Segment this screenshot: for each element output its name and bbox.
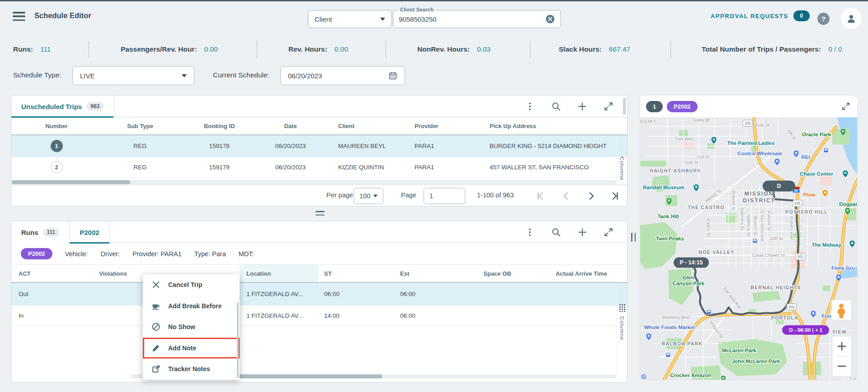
map-stop-marker[interactable]: P - 14:15 xyxy=(674,258,709,268)
client-search-field[interactable]: Client Search 9058503250 xyxy=(393,10,561,28)
vertical-resize-handle[interactable] xyxy=(631,233,636,242)
menu-item-tracker-notes[interactable]: Tracker Notes xyxy=(143,359,240,380)
current-schedule-datepicker[interactable]: 06/20/2023 xyxy=(280,66,405,85)
add-icon[interactable] xyxy=(577,227,587,237)
menu-item-cancel-trip[interactable]: Cancel Trip xyxy=(143,274,240,296)
row-number-badge: 1 xyxy=(51,140,63,152)
menu-scrollbar[interactable] xyxy=(237,302,239,378)
search-icon[interactable] xyxy=(551,101,561,111)
column-header[interactable]: Space OB xyxy=(459,265,536,282)
map-label: Flora Gru xyxy=(831,265,855,271)
horizontal-resize-handle[interactable] xyxy=(316,211,325,215)
drag-grip-icon[interactable] xyxy=(619,304,625,312)
map-label: Dogpat xyxy=(839,201,857,207)
column-header[interactable]: Date xyxy=(260,117,321,134)
page-input[interactable]: 1 xyxy=(424,188,465,204)
column-header[interactable]: Number xyxy=(11,117,102,134)
column-header[interactable]: Provider xyxy=(396,117,472,134)
scrollbar-thumb[interactable] xyxy=(239,374,382,378)
column-header[interactable]: ACT xyxy=(11,265,75,282)
client-type-select[interactable]: Client xyxy=(308,10,392,28)
expand-icon[interactable] xyxy=(841,102,850,111)
next-page-icon[interactable] xyxy=(586,191,596,201)
column-header[interactable]: Pick Up Address xyxy=(472,117,627,134)
add-icon[interactable] xyxy=(577,101,587,111)
map-stop-marker[interactable]: D xyxy=(763,181,795,191)
column-header[interactable]: ST xyxy=(319,265,368,282)
tab-runs[interactable]: Runs 111 xyxy=(11,221,70,243)
menu-item-add-break-before[interactable]: Add Break Before xyxy=(143,296,240,317)
map-label: Market St xyxy=(704,188,722,203)
column-header[interactable]: Violations xyxy=(75,265,151,282)
table-row[interactable]: 1 REG 159178 06/20/2023 MAUREEN BEYL PAR… xyxy=(11,135,627,157)
highway-shield: 101 xyxy=(787,304,797,310)
map-label: Crocker Amazon xyxy=(670,373,712,378)
highway-shield: 101 xyxy=(743,120,753,126)
map-pin-dot xyxy=(721,375,726,381)
svg-text:80: 80 xyxy=(794,189,798,192)
column-header[interactable]: Location xyxy=(240,265,319,282)
column-header[interactable]: Actual Arrive Time xyxy=(536,265,627,282)
scrollbar-thumb[interactable] xyxy=(12,180,130,184)
no-show-icon xyxy=(151,322,160,331)
map-label: Valencia St xyxy=(746,215,751,236)
column-header[interactable]: Client xyxy=(321,117,396,134)
map-header: 1 P2002 xyxy=(640,96,857,117)
schedule-type-select[interactable]: LIVE xyxy=(72,66,194,85)
expand-icon[interactable] xyxy=(604,227,613,237)
table-row[interactable]: 2 REG 159179 06/20/2023 KIZZIE QUINTIN P… xyxy=(11,157,627,177)
column-header[interactable]: Est xyxy=(368,265,459,282)
last-page-icon[interactable] xyxy=(609,191,619,201)
schedule-type-label: Schedule Type: xyxy=(13,71,61,79)
clear-search-icon[interactable] xyxy=(545,14,555,24)
columns-strip[interactable]: Columns xyxy=(617,284,627,374)
column-header[interactable]: Sub Type xyxy=(102,117,179,134)
unscheduled-tab-row: Unscheduled Trips 963 xyxy=(11,96,627,117)
column-header[interactable]: Booking ID xyxy=(179,117,260,134)
map-label: MISSION xyxy=(745,191,774,197)
mdt-label: MDT: xyxy=(239,250,254,258)
help-icon[interactable]: ? xyxy=(817,13,830,25)
horizontal-scrollbar[interactable] xyxy=(12,180,617,184)
divider xyxy=(530,41,530,58)
columns-strip-label: Columns xyxy=(619,157,625,180)
user-avatar[interactable] xyxy=(841,8,862,29)
street-view-pegman[interactable] xyxy=(831,300,851,320)
expand-icon[interactable] xyxy=(604,101,613,111)
map-label: BALBOA PARK xyxy=(662,341,703,346)
panel-toolbar xyxy=(525,221,613,243)
map-canvas[interactable]: Euclid AGeary BlTurk StTurk BlvdFell StO… xyxy=(640,117,858,380)
search-icon[interactable] xyxy=(551,227,561,237)
table-row[interactable]: In 1 FITZGERALD AV... 14:00 06:00 xyxy=(11,306,627,326)
map-label: BERNAL HEIGHTS xyxy=(750,285,801,290)
previous-page-icon[interactable] xyxy=(561,191,571,201)
approval-requests-button[interactable]: APPROVAL REQUESTS 0 xyxy=(711,10,810,21)
menu-item-add-note[interactable]: Add Note xyxy=(143,338,240,359)
schedule-type-value: LIVE xyxy=(80,72,95,80)
map-label: Dolores St xyxy=(731,191,736,211)
map-label: Oracle Park xyxy=(802,132,831,137)
map-stop-marker[interactable]: O - 06:00 | + 1 xyxy=(782,325,829,335)
page-title: Schedule Editor xyxy=(34,11,91,20)
vehicle-label: Vehicle: xyxy=(65,250,88,258)
table-cell: BURGER KING - 5214 DIAMOND HEIGHT xyxy=(472,135,627,157)
map-label: Folsom St xyxy=(767,211,772,231)
columns-strip[interactable]: Columns xyxy=(617,136,627,180)
driver-label: Driver: xyxy=(100,250,120,258)
table-cell: 06:00 xyxy=(368,306,459,325)
kebab-menu-icon[interactable] xyxy=(525,101,535,111)
menu-item-no-show[interactable]: No Show xyxy=(143,316,240,338)
map-label: Car xyxy=(850,376,857,380)
table-row[interactable]: Out 1 FITZGERALD AV... 06:00 06:00 xyxy=(11,283,627,306)
per-page-select[interactable]: 100 xyxy=(354,188,383,204)
menu-icon[interactable] xyxy=(13,12,25,21)
stat-nonrev-hours: NonRev. Hours:0.03 xyxy=(417,39,491,60)
tab-run-p2002[interactable]: P2002 xyxy=(70,221,109,243)
trip-context-menu: Cancel Trip Add Break Before No Show Add… xyxy=(143,274,240,380)
panel-scrollbar[interactable] xyxy=(623,98,626,115)
tab-unscheduled-trips[interactable]: Unscheduled Trips 963 xyxy=(11,96,114,117)
first-page-icon[interactable] xyxy=(536,191,546,201)
chevron-down-icon xyxy=(373,195,377,197)
kebab-menu-icon[interactable] xyxy=(525,227,535,237)
map-run-badge: P2002 xyxy=(667,101,698,112)
